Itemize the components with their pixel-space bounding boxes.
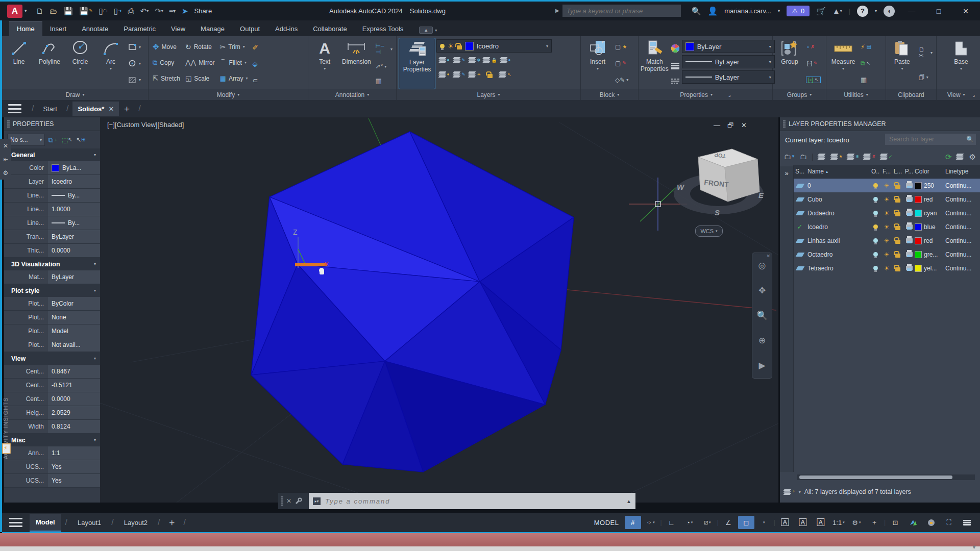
ribbon-minimize-caret-icon[interactable]: ▾ [435, 28, 437, 33]
group-edit-button[interactable]: [▫]✎ [806, 60, 821, 67]
cut-button[interactable]: 🗋✂▾ [918, 46, 934, 59]
drawing-viewport[interactable]: Z ✕ W S E TOP FRONT [−][Cu [100, 117, 778, 503]
panel-label-draw[interactable]: Draw▾ [2, 89, 148, 100]
layer-freeze-tool[interactable]: ❄ [469, 57, 481, 63]
linetype-cell[interactable]: Continu... [945, 210, 980, 217]
layer-settings-dialog-icon[interactable] [957, 154, 965, 160]
tab-addins[interactable]: Add-ins [267, 21, 305, 36]
plot-icon[interactable]: ⎙ [128, 7, 134, 15]
offset-button[interactable]: ⊂ [252, 77, 260, 84]
object-color-dropdown[interactable]: ByLayer▾ [682, 40, 775, 53]
on-bulb-icon[interactable] [873, 252, 878, 257]
minimize-button[interactable]: — [901, 4, 922, 19]
panel-label-modify[interactable]: Modify▾ [149, 89, 308, 100]
panel-label-clipboard[interactable]: Clipboard [886, 89, 936, 100]
layer-row-octaedro[interactable]: Octaedro ☀ gre... Continu... [793, 247, 980, 261]
prop-row[interactable]: Heig...2.0529 [4, 406, 100, 420]
vp-close-icon[interactable]: ✕ [741, 121, 747, 129]
prop-row[interactable]: Line...By... [4, 216, 100, 230]
plot-printer-icon[interactable] [906, 224, 913, 229]
prop-row[interactable]: Cent...-0.5121 [4, 379, 100, 392]
prop-row[interactable]: UCS...Yes [4, 460, 100, 474]
prop-row[interactable]: Plot...Not avail... [4, 338, 100, 352]
lpm-titlebar[interactable]: LAYER PROPERTIES MANAGER [780, 117, 980, 131]
circle-button[interactable]: Circle▾ [65, 38, 95, 89]
navigation-bar[interactable]: ✕ ◎ ✥ 🔍 ⊕ ▶ [752, 253, 772, 379]
delete-layer-icon[interactable]: ✗ [864, 154, 876, 160]
paste-button[interactable]: Paste▾ [888, 38, 916, 89]
layer-unlock-tool[interactable] [487, 71, 493, 78]
linetype-cell[interactable]: Continu... [945, 251, 980, 258]
plot-printer-icon[interactable] [906, 266, 913, 270]
panel-label-layers[interactable]: Layers▾ [397, 89, 580, 100]
tab-home[interactable]: Home [9, 21, 42, 36]
on-bulb-icon[interactable] [873, 224, 878, 229]
arc-button[interactable]: Arc▾ [96, 38, 126, 89]
layers-status-icon[interactable]: ⚡ [784, 489, 795, 495]
prop-row[interactable]: Line...By... [4, 189, 100, 203]
tab-express-tools[interactable]: Express Tools [355, 21, 411, 36]
measure-button[interactable]: Measure▾ [828, 38, 858, 89]
scroll-down-arrow-icon[interactable]: ▼ [971, 544, 977, 550]
qat-customize-icon[interactable]: ═▾ [169, 9, 176, 14]
layer-row-linhas-auxil[interactable]: Linhas auxil ☀ red Continu... [793, 234, 980, 247]
security-icon[interactable] [923, 516, 939, 529]
plot-printer-icon[interactable] [906, 211, 913, 215]
new-file-icon[interactable]: 🗋 [36, 7, 44, 15]
rectangle-tool-button[interactable]: ▾ [127, 43, 142, 51]
new-layer-icon[interactable]: ★ [831, 154, 843, 160]
vp-restore-icon[interactable]: 🗗 [727, 121, 734, 129]
freeze-sun-icon[interactable]: ☀ [881, 252, 892, 258]
annotation-monitor-icon[interactable]: ＋ [866, 516, 883, 529]
section-general[interactable]: General▾ [4, 148, 100, 161]
object-snap-toggle[interactable]: ◻ [738, 516, 754, 529]
panel-label-utilities[interactable]: Utilities▾ [826, 89, 886, 100]
annotation-scale-icon[interactable]: 🄰 [813, 516, 829, 529]
palette-settings-icon[interactable]: ⚙ [3, 169, 9, 177]
on-bulb-icon[interactable] [873, 211, 878, 215]
help-icon[interactable]: ? [857, 6, 868, 17]
plot-printer-icon[interactable] [906, 197, 913, 202]
save-as-icon[interactable]: 💾✎ [79, 7, 92, 15]
cart-icon[interactable]: 🛒 [816, 7, 826, 15]
object-snap-tracking-toggle[interactable]: ∠ [720, 516, 737, 529]
layer-row-tetraedro[interactable]: Tetraedro ☀ yel... Continu... [793, 261, 980, 275]
group-button[interactable]: Group [775, 38, 804, 89]
layer-search-input[interactable] [885, 134, 976, 145]
autoscale-toggle[interactable]: 🄰 [795, 516, 811, 529]
properties-titlebar[interactable]: PROPERTIES [4, 117, 100, 131]
prop-row[interactable]: Width0.8124 [4, 420, 100, 434]
new-frozen-layer-icon[interactable]: ❄ [847, 154, 860, 160]
help-dropdown-icon[interactable]: ▾ [875, 9, 877, 13]
share-button[interactable]: Share [194, 7, 212, 15]
on-bulb-icon[interactable] [873, 197, 878, 202]
tab-layout1[interactable]: Layout1 [71, 514, 107, 531]
pan-icon[interactable]: ✥ [758, 286, 766, 295]
layer-isolate-tool[interactable]: ✎ [453, 57, 465, 63]
freeze-sun-icon[interactable]: ☀ [881, 238, 892, 244]
prop-row[interactable]: UCS...Yes [4, 474, 100, 488]
linetype-cell[interactable]: Continu... [945, 223, 980, 231]
prop-row[interactable]: Cent...0.8467 [4, 365, 100, 379]
text-button[interactable]: A Text▾ [310, 38, 339, 89]
circle-center-tool-button[interactable]: ▾ [127, 59, 142, 67]
tab-insert[interactable]: Insert [42, 21, 75, 36]
autocad-logo[interactable]: A [7, 5, 22, 18]
set-current-layer-icon[interactable]: ✓ [880, 154, 893, 160]
leader-button[interactable]: ↗°▾ [374, 63, 394, 70]
tab-annotate[interactable]: Annotate [74, 21, 116, 36]
file-tabs-menu-icon[interactable] [8, 104, 21, 113]
stretch-button[interactable]: ⇱Stretch [153, 70, 180, 86]
annotation-visibility-toggle[interactable]: 🄰 [777, 516, 793, 529]
copy-button[interactable]: ⧉Copy [153, 55, 180, 70]
search-expand-icon[interactable]: ▶ [555, 8, 559, 13]
wcs-badge[interactable]: WCS▾ [695, 226, 723, 237]
tab-collaborate[interactable]: Collaborate [305, 21, 355, 36]
prop-row[interactable]: Line...1.0000 [4, 203, 100, 216]
tab-model[interactable]: Model [30, 514, 61, 532]
layer-match-tool[interactable]: ● [500, 57, 511, 63]
full-navigation-wheel-icon[interactable]: ◎ [758, 261, 766, 270]
on-bulb-icon[interactable] [873, 266, 878, 270]
lock-icon[interactable] [895, 267, 900, 271]
plot-printer-icon[interactable] [906, 252, 913, 257]
